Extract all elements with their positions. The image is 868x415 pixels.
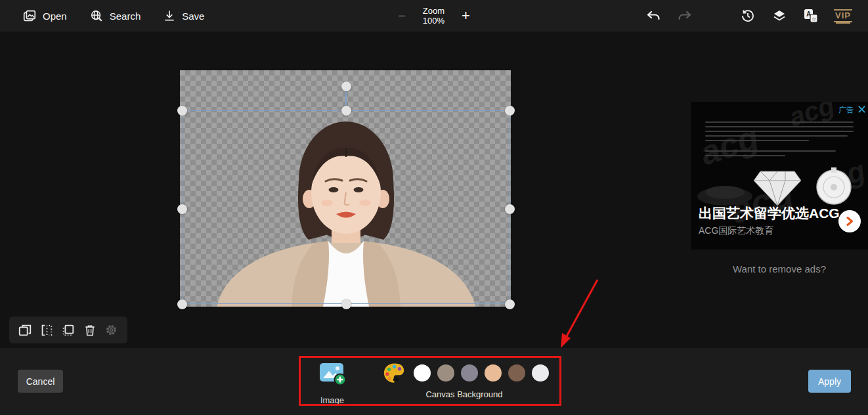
translate-star: ☆	[812, 16, 817, 22]
save-label: Save	[182, 11, 204, 22]
redo-icon[interactable]	[676, 7, 693, 24]
translate-icon[interactable]: A ☆	[802, 7, 819, 24]
vip-badge[interactable]: VIP	[834, 9, 852, 22]
ad-subline: ACG国际艺术教育	[699, 225, 773, 237]
ad-headline: 出国艺术留学优选ACG	[699, 204, 840, 223]
handle-bottom-right[interactable]	[505, 299, 515, 309]
delete-icon[interactable]	[82, 322, 98, 338]
canvas-bg-swatch-1[interactable]	[437, 364, 454, 382]
canvas-bg-swatch-3[interactable]	[485, 364, 502, 382]
search-globe-icon	[89, 9, 104, 23]
canvas-background-panel: Image	[301, 358, 559, 404]
canvas-background-label: Canvas Background	[382, 389, 546, 399]
footer-bar: Cancel Apply Image	[0, 348, 868, 415]
handle-bottom-center[interactable]	[341, 299, 351, 309]
open-label: Open	[43, 11, 67, 22]
top-toolbar: Open Search Save − Zoom 100% +	[0, 0, 868, 32]
layers-icon[interactable]	[771, 7, 788, 24]
handle-middle-right[interactable]	[505, 204, 515, 214]
ad-close-icon[interactable]	[858, 106, 865, 115]
ad-cta-button[interactable]	[838, 210, 861, 232]
zoom-in-button[interactable]: +	[462, 7, 470, 24]
open-image-icon	[22, 9, 37, 23]
cancel-button[interactable]: Cancel	[18, 370, 63, 393]
ad-badge-row: 广告	[838, 104, 865, 116]
ad-product-images	[691, 153, 868, 209]
duplicate-icon[interactable]	[17, 322, 33, 338]
annotation-arrow	[552, 274, 611, 357]
settings-gear-icon[interactable]	[104, 322, 119, 338]
zoom-out-button[interactable]: −	[398, 9, 406, 24]
toolbar-left-group: Open Search Save	[0, 9, 204, 23]
canvas-background-group: Canvas Background	[382, 362, 546, 399]
remove-ads-link[interactable]: Want to remove ads?	[691, 263, 868, 274]
save-download-icon	[163, 9, 176, 22]
canvas-bg-swatch-5[interactable]	[532, 364, 549, 382]
undo-icon[interactable]	[645, 7, 662, 24]
handle-middle-left[interactable]	[177, 204, 187, 214]
photo-editor-app: Open Search Save − Zoom 100% +	[0, 0, 868, 415]
flip-horizontal-icon[interactable]	[39, 322, 54, 338]
swatch-row	[414, 364, 549, 382]
canvas[interactable]	[180, 70, 511, 307]
apply-button[interactable]: Apply	[808, 370, 851, 393]
search-button[interactable]: Search	[89, 9, 141, 23]
object-toolbar	[9, 317, 127, 343]
palette-icon[interactable]	[382, 362, 406, 384]
handle-top-right[interactable]	[505, 106, 515, 116]
handle-bottom-left[interactable]	[177, 299, 187, 309]
image-background-option[interactable]: Image	[316, 362, 348, 405]
add-image-icon	[318, 378, 346, 389]
ad-banner[interactable]: acg acg acg acg 广告 出国艺术留学优选ACG AC	[691, 102, 868, 250]
canvas-bg-swatch-4[interactable]	[508, 364, 525, 382]
image-option-label: Image	[316, 395, 348, 405]
selection-box[interactable]	[183, 110, 510, 304]
toolbar-right-group: A ☆ VIP	[645, 0, 868, 32]
zoom-label: Zoom	[423, 6, 445, 16]
canvas-bg-swatch-2[interactable]	[461, 364, 478, 382]
reposition-icon[interactable]	[60, 322, 76, 338]
ad-badge-label: 广告	[838, 104, 854, 116]
handle-top-center[interactable]	[341, 106, 351, 116]
handle-top-left[interactable]	[177, 106, 187, 116]
search-label: Search	[110, 11, 141, 22]
rotation-handle[interactable]	[341, 81, 351, 91]
zoom-level: Zoom 100%	[423, 6, 445, 26]
open-button[interactable]: Open	[22, 9, 67, 23]
chevron-right-icon	[846, 217, 854, 226]
zoom-value: 100%	[423, 16, 445, 26]
save-button[interactable]: Save	[163, 9, 204, 22]
canvas-bg-swatch-0[interactable]	[414, 364, 431, 382]
history-icon[interactable]	[739, 7, 756, 24]
